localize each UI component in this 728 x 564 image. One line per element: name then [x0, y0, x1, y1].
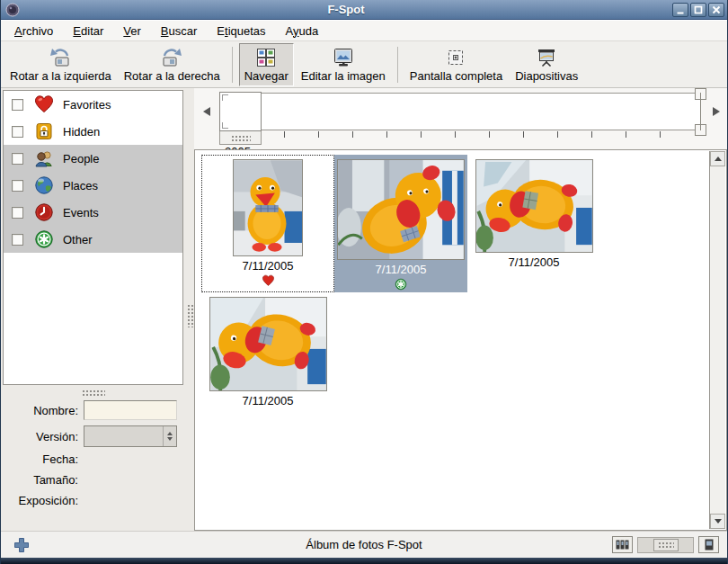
slider-grip[interactable] — [653, 539, 679, 551]
timeline-left-arrow[interactable] — [203, 107, 210, 116]
timeline-strip[interactable] — [219, 93, 700, 130]
tag-label: People — [63, 152, 99, 166]
slideshow-icon — [535, 46, 558, 69]
menu-etiquetas[interactable]: Etiquetas — [207, 22, 275, 40]
fullscreen-icon — [445, 46, 466, 69]
tag-checkbox-people[interactable] — [12, 153, 23, 165]
timeline-widget: 2005 — [194, 88, 727, 149]
tag-label: Other — [63, 233, 93, 246]
menu-ayuda[interactable]: Ayuda — [276, 22, 329, 40]
main-area: Favorites Hidden — [1, 88, 727, 531]
arrow-down-icon — [715, 519, 722, 524]
close-button[interactable] — [708, 3, 724, 17]
tag-row-events[interactable]: Events — [4, 199, 182, 226]
tag-checkbox-events[interactable] — [12, 207, 23, 219]
photo-date: 7/11/2005 — [243, 259, 294, 273]
asterisk-icon — [395, 277, 407, 291]
zoom-out-thumbnails-button[interactable] — [612, 536, 633, 553]
vertical-scrollbar[interactable] — [709, 151, 725, 529]
small-thumbnails-icon — [616, 540, 629, 550]
tag-list: Favorites Hidden — [3, 90, 183, 385]
tag-row-other[interactable]: Other — [4, 226, 182, 253]
sidebar-pane-handle[interactable] — [82, 389, 105, 397]
tag-label: Hidden — [63, 125, 100, 139]
tag-checkbox-hidden[interactable] — [12, 126, 23, 138]
name-input[interactable] — [84, 400, 177, 420]
version-label: Versión: — [1, 430, 78, 443]
add-tag-button[interactable] — [13, 536, 31, 554]
spinner-arrows-icon[interactable] — [163, 426, 176, 446]
timeline-selection-box[interactable] — [219, 92, 262, 131]
maximize-button[interactable] — [690, 3, 706, 17]
tag-row-places[interactable]: Places — [4, 172, 182, 199]
photo-thumbnail — [475, 159, 593, 253]
minimize-button[interactable] — [672, 3, 688, 17]
clock-icon — [34, 202, 54, 222]
maximize-icon — [694, 5, 703, 14]
toolbar: Rotar a la izquierda Rotar a la derecha — [1, 41, 727, 88]
photo-details-panel: Nombre: Versión: Fecha: Tamaño: — [1, 400, 185, 515]
rotate-right-icon — [159, 46, 184, 69]
scroll-down-button[interactable] — [710, 514, 725, 529]
tag-label: Places — [63, 179, 98, 192]
photo-cell[interactable]: 7/11/2005 — [201, 155, 334, 292]
photo-thumbnail — [337, 159, 465, 260]
menu-ver[interactable]: Ver — [113, 22, 151, 40]
rotate-right-button[interactable]: Rotar a la derecha — [119, 43, 226, 86]
photo-cell[interactable]: 7/11/2005 — [467, 155, 600, 292]
edit-image-button[interactable]: Editar la imagen — [296, 43, 391, 86]
statusbar: Álbum de fotos F-Spot — [1, 531, 727, 558]
rotate-left-button[interactable]: Rotar a la izquierda — [4, 43, 117, 86]
photo-cell[interactable]: 7/11/2005 — [334, 155, 467, 292]
heart-icon — [262, 273, 275, 288]
timeline-ticks — [284, 131, 673, 138]
close-icon — [712, 5, 721, 14]
tag-row-people[interactable]: People — [4, 145, 182, 172]
menu-archivo[interactable]: Archivo — [4, 22, 63, 40]
toolbar-button-label: Rotar a la derecha — [124, 69, 220, 83]
toolbar-separator — [397, 47, 398, 83]
toolbar-separator — [232, 47, 233, 83]
asterisk-icon — [34, 229, 54, 249]
menubar: Archivo Editar Ver Buscar Etiquetas Ayud… — [1, 20, 727, 41]
tag-label: Events — [63, 206, 99, 219]
plus-icon — [13, 537, 30, 553]
tag-checkbox-favorites[interactable] — [12, 99, 23, 111]
tag-row-favorites[interactable]: Favorites — [4, 91, 182, 118]
tag-checkbox-other[interactable] — [12, 234, 23, 246]
version-combobox[interactable] — [84, 425, 177, 447]
browse-icon — [255, 46, 277, 69]
exposure-label: Exposición: — [1, 494, 78, 507]
tag-row-hidden[interactable]: Hidden — [4, 118, 182, 145]
heart-icon — [34, 94, 54, 114]
toolbar-button-label: Pantalla completa — [410, 69, 502, 83]
photo-cell[interactable]: 7/11/2005 — [201, 292, 334, 430]
photo-date: 7/11/2005 — [243, 394, 294, 407]
people-icon — [34, 148, 54, 168]
app-icon — [5, 3, 20, 17]
photo-grid: 7/11/2005 — [196, 151, 709, 529]
timeline-range-connector — [700, 93, 701, 130]
browse-button[interactable]: Navegar — [239, 43, 294, 86]
globe-icon — [34, 175, 54, 195]
menu-buscar[interactable]: Buscar — [151, 22, 207, 40]
pane-splitter-grip[interactable] — [187, 304, 193, 327]
pane-splitter[interactable] — [185, 88, 194, 531]
toolbar-button-label: Navegar — [244, 69, 289, 83]
size-label: Tamaño: — [1, 473, 78, 487]
tag-checkbox-places[interactable] — [12, 180, 23, 192]
photo-thumbnail — [233, 159, 303, 256]
photo-thumbnail — [209, 297, 327, 391]
timeline-selection-handle[interactable] — [219, 131, 262, 145]
scroll-up-button[interactable] — [710, 151, 725, 166]
large-thumbnail-icon — [705, 539, 714, 551]
fullscreen-button[interactable]: Pantalla completa — [404, 43, 508, 86]
thumbnail-size-slider[interactable] — [637, 537, 694, 553]
timeline-right-arrow[interactable] — [713, 107, 720, 116]
titlebar[interactable]: F-Spot — [1, 0, 727, 20]
menu-editar[interactable]: Editar — [63, 22, 113, 40]
zoom-in-thumbnails-button[interactable] — [698, 536, 719, 553]
name-label: Nombre: — [1, 404, 78, 417]
photo-date: 7/11/2005 — [509, 255, 560, 269]
slideshow-button[interactable]: Diapositivas — [510, 43, 583, 86]
